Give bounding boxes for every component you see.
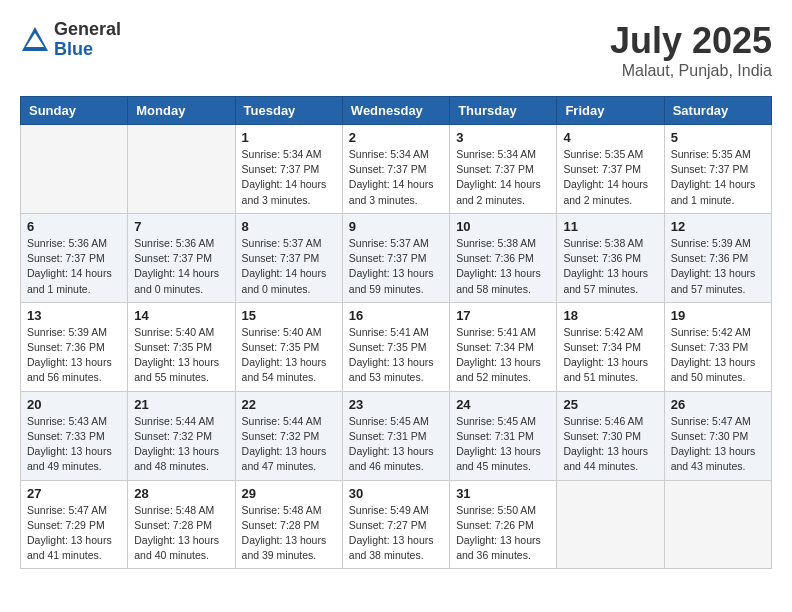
day-number: 8 xyxy=(242,219,336,234)
day-number: 12 xyxy=(671,219,765,234)
calendar-day-cell: 9Sunrise: 5:37 AMSunset: 7:37 PMDaylight… xyxy=(342,213,449,302)
day-number: 31 xyxy=(456,486,550,501)
calendar-day-cell: 8Sunrise: 5:37 AMSunset: 7:37 PMDaylight… xyxy=(235,213,342,302)
day-info: Sunrise: 5:40 AMSunset: 7:35 PMDaylight:… xyxy=(242,325,336,386)
day-of-week-header: Thursday xyxy=(450,97,557,125)
day-info: Sunrise: 5:35 AMSunset: 7:37 PMDaylight:… xyxy=(671,147,765,208)
day-number: 15 xyxy=(242,308,336,323)
day-info: Sunrise: 5:37 AMSunset: 7:37 PMDaylight:… xyxy=(349,236,443,297)
day-info: Sunrise: 5:48 AMSunset: 7:28 PMDaylight:… xyxy=(242,503,336,564)
day-number: 21 xyxy=(134,397,228,412)
calendar-day-cell xyxy=(557,480,664,569)
calendar-day-cell: 6Sunrise: 5:36 AMSunset: 7:37 PMDaylight… xyxy=(21,213,128,302)
day-number: 17 xyxy=(456,308,550,323)
day-info: Sunrise: 5:37 AMSunset: 7:37 PMDaylight:… xyxy=(242,236,336,297)
day-number: 1 xyxy=(242,130,336,145)
calendar-day-cell: 10Sunrise: 5:38 AMSunset: 7:36 PMDayligh… xyxy=(450,213,557,302)
day-info: Sunrise: 5:38 AMSunset: 7:36 PMDaylight:… xyxy=(456,236,550,297)
day-of-week-header: Wednesday xyxy=(342,97,449,125)
page-header: General Blue July 2025 Malaut, Punjab, I… xyxy=(20,20,772,80)
logo-blue-text: Blue xyxy=(54,40,121,60)
logo-text: General Blue xyxy=(54,20,121,60)
day-info: Sunrise: 5:47 AMSunset: 7:29 PMDaylight:… xyxy=(27,503,121,564)
calendar-week-row: 27Sunrise: 5:47 AMSunset: 7:29 PMDayligh… xyxy=(21,480,772,569)
day-number: 22 xyxy=(242,397,336,412)
day-of-week-header: Sunday xyxy=(21,97,128,125)
logo-icon xyxy=(20,25,50,55)
calendar-day-cell: 11Sunrise: 5:38 AMSunset: 7:36 PMDayligh… xyxy=(557,213,664,302)
calendar-day-cell xyxy=(21,125,128,214)
day-of-week-header: Tuesday xyxy=(235,97,342,125)
calendar-day-cell: 2Sunrise: 5:34 AMSunset: 7:37 PMDaylight… xyxy=(342,125,449,214)
day-info: Sunrise: 5:36 AMSunset: 7:37 PMDaylight:… xyxy=(134,236,228,297)
day-info: Sunrise: 5:39 AMSunset: 7:36 PMDaylight:… xyxy=(27,325,121,386)
calendar-week-row: 20Sunrise: 5:43 AMSunset: 7:33 PMDayligh… xyxy=(21,391,772,480)
calendar-day-cell xyxy=(128,125,235,214)
calendar-week-row: 13Sunrise: 5:39 AMSunset: 7:36 PMDayligh… xyxy=(21,302,772,391)
calendar-day-cell: 20Sunrise: 5:43 AMSunset: 7:33 PMDayligh… xyxy=(21,391,128,480)
day-number: 23 xyxy=(349,397,443,412)
calendar-day-cell: 19Sunrise: 5:42 AMSunset: 7:33 PMDayligh… xyxy=(664,302,771,391)
day-info: Sunrise: 5:44 AMSunset: 7:32 PMDaylight:… xyxy=(134,414,228,475)
calendar-day-cell: 22Sunrise: 5:44 AMSunset: 7:32 PMDayligh… xyxy=(235,391,342,480)
calendar-day-cell: 15Sunrise: 5:40 AMSunset: 7:35 PMDayligh… xyxy=(235,302,342,391)
calendar-day-cell: 24Sunrise: 5:45 AMSunset: 7:31 PMDayligh… xyxy=(450,391,557,480)
calendar-day-cell: 30Sunrise: 5:49 AMSunset: 7:27 PMDayligh… xyxy=(342,480,449,569)
day-number: 11 xyxy=(563,219,657,234)
day-number: 4 xyxy=(563,130,657,145)
day-info: Sunrise: 5:44 AMSunset: 7:32 PMDaylight:… xyxy=(242,414,336,475)
day-info: Sunrise: 5:42 AMSunset: 7:33 PMDaylight:… xyxy=(671,325,765,386)
calendar-day-cell: 3Sunrise: 5:34 AMSunset: 7:37 PMDaylight… xyxy=(450,125,557,214)
day-number: 5 xyxy=(671,130,765,145)
day-number: 29 xyxy=(242,486,336,501)
calendar-day-cell: 31Sunrise: 5:50 AMSunset: 7:26 PMDayligh… xyxy=(450,480,557,569)
day-number: 9 xyxy=(349,219,443,234)
day-info: Sunrise: 5:48 AMSunset: 7:28 PMDaylight:… xyxy=(134,503,228,564)
calendar-day-cell: 16Sunrise: 5:41 AMSunset: 7:35 PMDayligh… xyxy=(342,302,449,391)
calendar-day-cell: 13Sunrise: 5:39 AMSunset: 7:36 PMDayligh… xyxy=(21,302,128,391)
day-info: Sunrise: 5:36 AMSunset: 7:37 PMDaylight:… xyxy=(27,236,121,297)
day-info: Sunrise: 5:45 AMSunset: 7:31 PMDaylight:… xyxy=(456,414,550,475)
calendar-day-cell: 5Sunrise: 5:35 AMSunset: 7:37 PMDaylight… xyxy=(664,125,771,214)
logo-general-text: General xyxy=(54,20,121,40)
calendar-header-row: SundayMondayTuesdayWednesdayThursdayFrid… xyxy=(21,97,772,125)
day-info: Sunrise: 5:34 AMSunset: 7:37 PMDaylight:… xyxy=(349,147,443,208)
calendar-day-cell: 14Sunrise: 5:40 AMSunset: 7:35 PMDayligh… xyxy=(128,302,235,391)
day-number: 26 xyxy=(671,397,765,412)
day-number: 24 xyxy=(456,397,550,412)
day-of-week-header: Monday xyxy=(128,97,235,125)
day-number: 20 xyxy=(27,397,121,412)
calendar-week-row: 1Sunrise: 5:34 AMSunset: 7:37 PMDaylight… xyxy=(21,125,772,214)
day-info: Sunrise: 5:46 AMSunset: 7:30 PMDaylight:… xyxy=(563,414,657,475)
calendar-day-cell: 21Sunrise: 5:44 AMSunset: 7:32 PMDayligh… xyxy=(128,391,235,480)
calendar-day-cell: 12Sunrise: 5:39 AMSunset: 7:36 PMDayligh… xyxy=(664,213,771,302)
day-number: 14 xyxy=(134,308,228,323)
calendar-day-cell: 23Sunrise: 5:45 AMSunset: 7:31 PMDayligh… xyxy=(342,391,449,480)
day-number: 6 xyxy=(27,219,121,234)
calendar-day-cell: 4Sunrise: 5:35 AMSunset: 7:37 PMDaylight… xyxy=(557,125,664,214)
day-number: 19 xyxy=(671,308,765,323)
day-info: Sunrise: 5:50 AMSunset: 7:26 PMDaylight:… xyxy=(456,503,550,564)
day-info: Sunrise: 5:34 AMSunset: 7:37 PMDaylight:… xyxy=(456,147,550,208)
day-number: 27 xyxy=(27,486,121,501)
calendar-day-cell: 7Sunrise: 5:36 AMSunset: 7:37 PMDaylight… xyxy=(128,213,235,302)
calendar-day-cell: 28Sunrise: 5:48 AMSunset: 7:28 PMDayligh… xyxy=(128,480,235,569)
day-info: Sunrise: 5:41 AMSunset: 7:34 PMDaylight:… xyxy=(456,325,550,386)
calendar-day-cell: 25Sunrise: 5:46 AMSunset: 7:30 PMDayligh… xyxy=(557,391,664,480)
day-info: Sunrise: 5:39 AMSunset: 7:36 PMDaylight:… xyxy=(671,236,765,297)
location-text: Malaut, Punjab, India xyxy=(610,62,772,80)
day-info: Sunrise: 5:38 AMSunset: 7:36 PMDaylight:… xyxy=(563,236,657,297)
logo: General Blue xyxy=(20,20,121,60)
day-number: 18 xyxy=(563,308,657,323)
day-number: 10 xyxy=(456,219,550,234)
day-number: 16 xyxy=(349,308,443,323)
day-info: Sunrise: 5:35 AMSunset: 7:37 PMDaylight:… xyxy=(563,147,657,208)
day-info: Sunrise: 5:49 AMSunset: 7:27 PMDaylight:… xyxy=(349,503,443,564)
day-info: Sunrise: 5:42 AMSunset: 7:34 PMDaylight:… xyxy=(563,325,657,386)
day-number: 2 xyxy=(349,130,443,145)
title-area: July 2025 Malaut, Punjab, India xyxy=(610,20,772,80)
day-info: Sunrise: 5:47 AMSunset: 7:30 PMDaylight:… xyxy=(671,414,765,475)
day-info: Sunrise: 5:45 AMSunset: 7:31 PMDaylight:… xyxy=(349,414,443,475)
day-of-week-header: Saturday xyxy=(664,97,771,125)
calendar-week-row: 6Sunrise: 5:36 AMSunset: 7:37 PMDaylight… xyxy=(21,213,772,302)
